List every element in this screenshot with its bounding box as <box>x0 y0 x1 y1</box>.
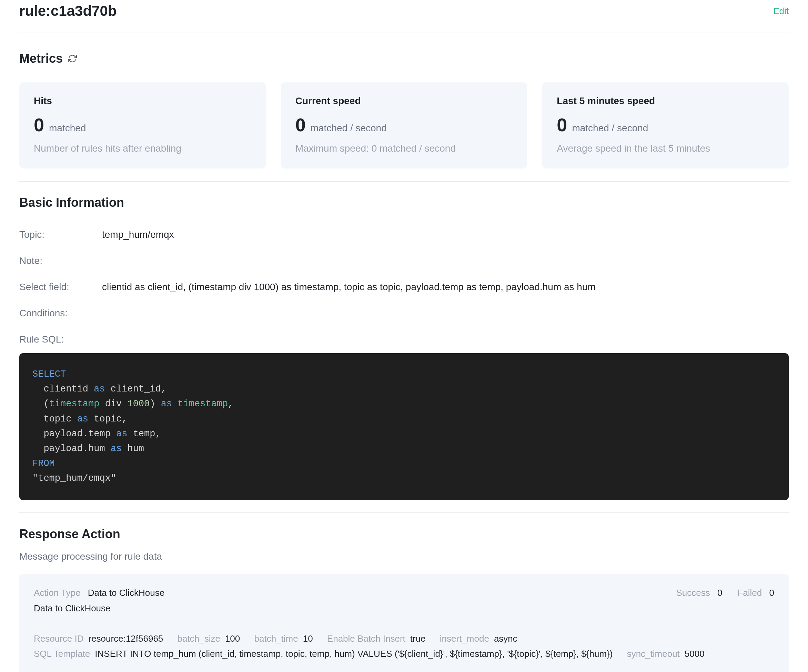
metric-unit: matched / second <box>311 123 387 134</box>
select-field-label: Select field: <box>19 282 102 293</box>
metric-card-hits: Hits 0 matched Number of rules hits afte… <box>19 82 266 168</box>
stat-success: Success 0 <box>676 588 723 598</box>
rule-sql-code: SELECT clientid as client_id, (timestamp… <box>19 353 789 500</box>
response-action-heading-text: Response Action <box>19 527 120 541</box>
sql-kw-as: as <box>77 414 88 424</box>
metric-value-row: 0 matched / second <box>557 115 774 134</box>
success-value: 0 <box>717 588 722 598</box>
param-sql-template: SQL TemplateINSERT INTO temp_hum (client… <box>34 649 615 659</box>
sql-token: payload.hum <box>32 444 111 454</box>
action-type-label: Action Type <box>34 588 80 598</box>
sql-kw-as: as <box>116 429 127 439</box>
param-batch-time: batch_time10 <box>254 634 316 644</box>
metric-value: 0 <box>34 115 44 134</box>
sql-token: div <box>99 399 127 409</box>
param-label: insert_mode <box>440 634 489 644</box>
param-value: resource:12f56965 <box>88 634 164 644</box>
action-stats: Success 0 Failed 0 <box>676 588 775 598</box>
sql-token: topic <box>32 414 77 424</box>
metric-title: Current speed <box>295 95 513 107</box>
param-label: batch_size <box>177 634 220 644</box>
success-label: Success <box>676 588 710 598</box>
sql-num: 1000 <box>127 399 150 409</box>
sql-token: hum <box>122 444 144 454</box>
edit-button[interactable]: Edit <box>773 6 789 17</box>
failed-label: Failed <box>737 588 762 598</box>
basic-info-table: Topic: temp_hum/emqx Note: Select field:… <box>19 229 789 345</box>
param-label: SQL Template <box>34 649 90 659</box>
basic-info-heading: Basic Information <box>19 195 789 210</box>
param-insert-mode: insert_modeasync <box>440 634 518 644</box>
sql-token: clientid <box>32 384 94 394</box>
sql-token: payload.temp <box>32 429 116 439</box>
param-value: async <box>494 634 518 644</box>
action-type-value: Data to ClickHouse <box>88 588 165 598</box>
param-value: true <box>410 634 426 644</box>
metric-unit: matched / second <box>572 123 648 134</box>
conditions-label: Conditions: <box>19 308 102 319</box>
basic-info-heading-text: Basic Information <box>19 195 124 210</box>
param-label: Enable Batch Insert <box>327 634 406 644</box>
rule-sql-label: Rule SQL: <box>19 334 102 345</box>
sql-from-value: "temp_hum/emqx" <box>32 473 116 484</box>
info-row-rule-sql: Rule SQL: <box>19 334 789 345</box>
select-field-value: clientid as client_id, (timestamp div 10… <box>102 282 596 293</box>
metrics-heading: Metrics <box>19 51 789 66</box>
note-label: Note: <box>19 255 102 267</box>
metric-value-row: 0 matched / second <box>295 115 513 134</box>
metrics-cards: Hits 0 matched Number of rules hits afte… <box>19 82 789 168</box>
action-params: Resource IDresource:12f56965 batch_size1… <box>34 631 774 661</box>
metric-value: 0 <box>295 115 306 134</box>
param-label: sync_timeout <box>627 649 680 659</box>
metric-card-last5: Last 5 minutes speed 0 matched / second … <box>542 82 789 168</box>
sql-fn: timestamp <box>49 399 100 409</box>
sql-kw-from: FROM <box>32 459 55 469</box>
failed-value: 0 <box>770 588 774 598</box>
param-label: batch_time <box>254 634 298 644</box>
param-value: 5000 <box>684 649 704 659</box>
metric-unit: matched <box>49 123 86 134</box>
param-label: Resource ID <box>34 634 84 644</box>
sql-token: topic, <box>88 414 127 424</box>
sql-token <box>172 399 177 409</box>
sql-kw-as: as <box>94 384 105 394</box>
sql-token: ( <box>32 399 49 409</box>
refresh-icon[interactable] <box>68 54 77 63</box>
param-resource-id: Resource IDresource:12f56965 <box>34 634 166 644</box>
info-row-topic: Topic: temp_hum/emqx <box>19 229 789 240</box>
rule-title: rule:c1a3d70b <box>19 3 117 19</box>
param-value: 100 <box>225 634 240 644</box>
response-action-heading: Response Action <box>19 527 789 541</box>
metric-value-row: 0 matched <box>34 115 251 134</box>
metric-value: 0 <box>557 115 567 134</box>
action-type-row: Action Type Data to ClickHouse <box>34 588 164 598</box>
sql-token: client_id, <box>105 384 167 394</box>
param-enable-batch-insert: Enable Batch Inserttrue <box>327 634 428 644</box>
response-action-section: Response Action Message processing for r… <box>19 513 789 672</box>
sql-token: , <box>228 399 234 409</box>
metric-title: Hits <box>34 95 251 107</box>
page-header: rule:c1a3d70b Edit <box>19 0 789 32</box>
topic-value: temp_hum/emqx <box>102 229 174 240</box>
param-value: INSERT INTO temp_hum (client_id, timesta… <box>95 649 613 659</box>
action-card: Action Type Data to ClickHouse Data to C… <box>19 574 789 672</box>
metric-title: Last 5 minutes speed <box>557 95 774 107</box>
action-desc: Data to ClickHouse <box>34 603 164 614</box>
action-left: Action Type Data to ClickHouse Data to C… <box>34 588 164 614</box>
info-row-conditions: Conditions: <box>19 308 789 319</box>
sql-token: ) <box>150 399 160 409</box>
metric-sub: Average speed in the last 5 minutes <box>557 143 774 154</box>
basic-info-section: Basic Information Topic: temp_hum/emqx N… <box>19 182 789 512</box>
metric-sub: Number of rules hits after enabling <box>34 143 251 154</box>
sql-kw-as: as <box>111 444 122 454</box>
metric-card-current-speed: Current speed 0 matched / second Maximum… <box>281 82 528 168</box>
metrics-section: Metrics Hits 0 matched Number of rules h… <box>19 32 789 181</box>
param-value: 10 <box>303 634 313 644</box>
sql-kw-select: SELECT <box>32 369 66 379</box>
stat-failed: Failed 0 <box>737 588 774 598</box>
topic-label: Topic: <box>19 229 102 240</box>
sql-kw-as: as <box>161 399 172 409</box>
response-action-sub: Message processing for rule data <box>19 551 789 562</box>
metric-sub: Maximum speed: 0 matched / second <box>295 143 513 154</box>
param-sync-timeout: sync_timeout5000 <box>627 649 704 659</box>
